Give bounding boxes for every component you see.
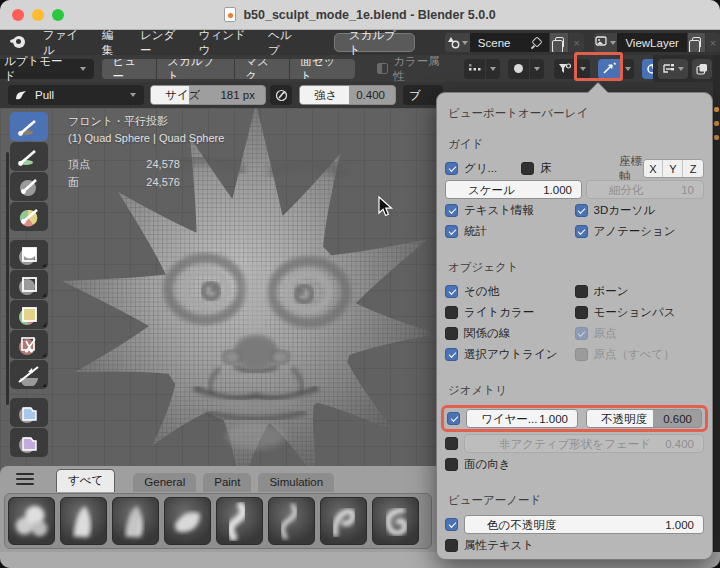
toolbar-scrollbar[interactable] [6,152,9,405]
color-filter-icon [17,432,41,454]
brush-strength-slider[interactable]: 強さ 0.400 [299,85,396,105]
light-colors-checkbox[interactable] [445,306,458,319]
color-opacity-slider[interactable]: 色の不透明度 1.000 [464,515,704,534]
statistics-row[interactable]: 統計 [445,224,575,239]
swirl-brush-thumbnail[interactable] [372,497,419,545]
tool-draw-sharp-brush[interactable] [10,142,48,171]
floor-checkbox-row[interactable]: 床 [521,161,583,176]
text-info-checkbox[interactable] [445,204,458,217]
axis-x-toggle[interactable]: X [644,160,664,177]
shelf-tab-general[interactable]: General [133,473,196,492]
light-colors-row[interactable]: ライトカラー [445,305,575,320]
viewlayer-name-field[interactable]: ViewLayer [617,33,687,52]
fade-inactive-checkbox[interactable] [445,437,458,450]
tool-box-trim[interactable] [10,330,48,359]
outliner-edge-strip [713,55,720,552]
menu-sculpt[interactable]: スカルプト [157,59,234,79]
menu-mask[interactable]: マスク [235,59,289,79]
floor-checkbox[interactable] [521,162,534,175]
viewlayer-browse-button[interactable] [594,33,618,52]
copy-icon [692,37,701,48]
brush-selector[interactable]: Pull [8,85,144,105]
axis-z-toggle[interactable]: Z [683,160,703,177]
texture-button[interactable] [508,59,529,79]
relationship-lines-checkbox[interactable] [445,327,458,340]
outline-selected-checkbox[interactable] [445,348,458,361]
attribute-text-row[interactable]: 属性テキスト [445,536,704,555]
viewlayer-copy-button[interactable] [688,33,705,52]
relationship-lines-row[interactable]: 関係の線 [445,326,575,341]
annotations-checkbox[interactable] [575,225,588,238]
extras-checkbox[interactable] [445,285,458,298]
curve-stroke-brush-thumbnail[interactable] [268,497,315,545]
menu-view[interactable]: ビュー [102,59,156,79]
mode-selector-button[interactable]: スカルプト [334,33,415,52]
axis-y-toggle[interactable]: Y [663,160,683,177]
snake-hook-brush-thumbnail[interactable] [216,497,263,545]
shelf-tab-simulation[interactable]: Simulation [258,473,334,492]
outliner-filter-button[interactable] [692,59,712,79]
text-info-row[interactable]: テキスト情報 [445,203,575,218]
scene-name-field[interactable]: Scene [470,33,549,52]
asset-shelf-menu-icon[interactable] [16,473,34,485]
gizmo-dropdown[interactable] [577,59,591,79]
zoom-window-button[interactable] [52,9,64,21]
statistics-checkbox[interactable] [445,225,458,238]
wireframe-opacity-slider[interactable]: 不透明度 0.600 [586,409,702,428]
extras-row[interactable]: その他 [445,284,575,299]
axes-toggle-group: X Y Z [643,159,704,178]
wireframe-threshold-slider[interactable]: ワイヤー... 1.000 [466,409,578,428]
crease-brush-thumbnail[interactable] [164,497,211,545]
3d-cursor-row[interactable]: 3Dカーソル [575,203,705,218]
shelf-tab-paint[interactable]: Paint [203,473,251,492]
attribute-text-checkbox[interactable] [445,539,458,552]
clay-strips-brush-thumbnail[interactable] [112,497,159,545]
falloff-button[interactable] [464,59,485,79]
gizmos-dropdown[interactable] [621,59,635,79]
tool-line-project[interactable] [10,360,48,389]
shelf-tab-all[interactable]: すべて [56,469,115,492]
close-window-button[interactable] [12,9,24,21]
size-pressure-button[interactable] [270,85,292,105]
face-orientation-row[interactable]: 面の向き [445,455,704,474]
hook-brush-thumbnail[interactable] [320,497,367,545]
blob-brush-thumbnail[interactable] [8,497,55,545]
wireframe-checkbox[interactable] [447,412,460,425]
face-orientation-checkbox[interactable] [445,458,458,471]
outliner-display-mode-button[interactable] [658,59,688,79]
smear-ridge-brush-thumbnail[interactable] [60,497,107,545]
outline-selected-row[interactable]: 選択アウトライン [445,347,575,362]
tool-color-filter[interactable] [10,428,48,457]
scene-copy-button[interactable] [550,33,568,52]
menu-face-sets[interactable]: 面セット [290,59,355,79]
texture-dropdown[interactable] [530,59,544,79]
interaction-mode-dropdown[interactable]: ルプトモード [0,59,94,79]
3d-cursor-checkbox[interactable] [575,204,588,217]
show-gizmo-button[interactable] [554,59,575,79]
minimize-window-button[interactable] [32,9,44,21]
scene-browse-button[interactable] [445,33,470,52]
origins-all-checkbox [575,348,588,361]
tool-clay-brush[interactable] [10,172,48,201]
motion-paths-row[interactable]: モーションパス [575,305,705,320]
color-opacity-checkbox[interactable] [445,518,458,531]
tool-box-face-set[interactable] [10,300,48,329]
clay-brush-icon [16,176,42,198]
falloff-dropdown[interactable] [486,59,500,79]
bones-row[interactable]: ボーン [575,284,705,299]
grid-checkbox[interactable] [445,162,458,175]
tool-box-mask[interactable] [10,240,48,269]
pin-icon[interactable] [531,38,541,48]
grid-scale-slider[interactable]: スケール 1.000 [445,180,582,199]
tool-mesh-filter[interactable] [10,398,48,427]
grid-checkbox-row[interactable]: グリ... [445,161,521,176]
blender-logo-icon[interactable] [10,36,25,49]
tool-draw-brush[interactable] [10,112,48,141]
tool-box-hide[interactable] [10,270,48,299]
tool-clay-strips-brush[interactable] [10,202,48,231]
bones-checkbox[interactable] [575,285,588,298]
gizmos-toggle-button[interactable] [598,59,619,79]
annotations-row[interactable]: アノテーション [575,224,705,239]
motion-paths-checkbox[interactable] [575,306,588,319]
brush-size-slider[interactable]: サイズ 181 px [150,85,266,105]
